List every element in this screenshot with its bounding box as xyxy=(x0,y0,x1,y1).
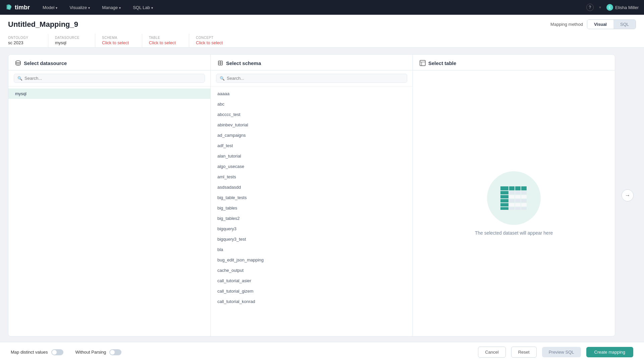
svg-point-2 xyxy=(16,61,20,63)
datasource-panel: Select datasource 🔍 mysql xyxy=(8,55,211,336)
schema-item[interactable]: bigquery3 xyxy=(211,224,413,234)
schema-item[interactable]: abc xyxy=(211,99,413,109)
breadcrumb-schema[interactable]: Schema Click to select xyxy=(102,34,142,47)
svg-rect-23 xyxy=(500,199,508,202)
schema-item[interactable]: algo_usecase xyxy=(211,161,413,172)
table-panel-header: Select table xyxy=(413,55,615,70)
method-sql-button[interactable]: SQL xyxy=(613,20,636,29)
schema-item[interactable]: aml_tests xyxy=(211,172,413,182)
page-header: Untitled_Mapping_9 Mapping method Visual… xyxy=(0,15,644,48)
svg-rect-18 xyxy=(521,191,527,194)
schema-item[interactable]: cache_output xyxy=(211,265,413,276)
svg-rect-14 xyxy=(521,186,527,190)
schema-item[interactable]: call_tutorial_gizem xyxy=(211,286,413,296)
logo-icon xyxy=(5,4,13,11)
title-row: Untitled_Mapping_9 Mapping method Visual… xyxy=(8,19,636,29)
next-arrow-button[interactable]: → xyxy=(622,189,634,201)
without-parsing-group: Without Parsing xyxy=(75,349,122,355)
method-visual-button[interactable]: Visual xyxy=(587,20,613,29)
breadcrumb: Ontology sc 2023 Datasource mysql Schema… xyxy=(8,34,636,47)
schema-label: Schema xyxy=(102,36,135,40)
svg-rect-16 xyxy=(509,191,515,194)
page-title: Untitled_Mapping_9 xyxy=(8,20,78,29)
svg-rect-34 xyxy=(521,207,527,210)
schema-item[interactable]: abcccc_test xyxy=(211,109,413,120)
concept-value[interactable]: Click to select xyxy=(196,40,229,45)
method-toggle: Visual SQL xyxy=(587,19,636,29)
user-menu[interactable]: E Elisha Miller xyxy=(606,4,639,11)
svg-rect-6 xyxy=(219,63,220,65)
schema-item[interactable]: aaaaa xyxy=(211,88,413,99)
schema-icon xyxy=(217,60,223,66)
table-label: Table xyxy=(149,36,182,40)
svg-rect-29 xyxy=(515,203,521,206)
svg-rect-8 xyxy=(420,60,425,66)
create-mapping-button[interactable]: Create mapping xyxy=(586,347,634,357)
schema-item[interactable]: big_table_tests xyxy=(211,192,413,203)
table-panel-title: Select table xyxy=(428,60,456,66)
schema-item[interactable]: big_tables xyxy=(211,203,413,213)
nav-visualize[interactable]: Visualize xyxy=(67,4,92,11)
table-icon xyxy=(420,60,426,66)
without-parsing-toggle[interactable] xyxy=(109,349,121,355)
schema-item[interactable]: abinbev_tutorial xyxy=(211,120,413,130)
nav-sqllab[interactable]: SQL Lab xyxy=(131,4,155,11)
schema-item[interactable]: call_tutorial_konrad xyxy=(211,296,413,307)
schema-search-wrap: 🔍 xyxy=(211,70,413,86)
table-placeholder-text: The selected dataset will appear here xyxy=(475,230,553,236)
nav-right: ? ▾ E Elisha Miller xyxy=(586,4,639,11)
reset-button[interactable]: Reset xyxy=(511,347,537,358)
datasource-panel-header: Select datasource xyxy=(8,55,210,70)
schema-item[interactable]: bigquery3_test xyxy=(211,234,413,244)
datasource-search-icon: 🔍 xyxy=(17,76,22,81)
svg-rect-17 xyxy=(515,191,521,194)
nav-manage[interactable]: Manage xyxy=(100,4,123,11)
breadcrumb-table[interactable]: Table Click to select xyxy=(149,34,189,47)
schema-value[interactable]: Click to select xyxy=(102,40,135,45)
schema-item[interactable]: asdsadasdd xyxy=(211,182,413,192)
svg-rect-32 xyxy=(509,207,515,210)
table-value[interactable]: Click to select xyxy=(149,40,182,45)
svg-rect-28 xyxy=(509,203,515,206)
schema-item[interactable]: big_tables2 xyxy=(211,213,413,224)
svg-rect-31 xyxy=(500,207,508,210)
datasource-icon xyxy=(15,60,21,66)
datasource-search-input[interactable] xyxy=(24,76,201,81)
breadcrumb-concept[interactable]: Concept Click to select xyxy=(196,34,236,47)
mapping-method-label: Mapping method xyxy=(550,22,583,27)
cancel-button[interactable]: Cancel xyxy=(478,347,505,358)
schema-item[interactable]: bla xyxy=(211,244,413,255)
footer: Map distinct values Without Parsing Canc… xyxy=(0,342,644,362)
svg-rect-11 xyxy=(500,186,508,190)
mapping-method-group: Mapping method Visual SQL xyxy=(550,19,636,29)
schema-item[interactable]: ad_campaigns xyxy=(211,130,413,140)
map-distinct-toggle[interactable] xyxy=(51,349,63,355)
schema-item[interactable]: adf_test xyxy=(211,140,413,151)
schema-item[interactable]: call_tutorial_asier xyxy=(211,276,413,286)
datasource-panel-title: Select datasource xyxy=(24,60,67,66)
schema-search-icon: 🔍 xyxy=(220,76,225,81)
svg-rect-27 xyxy=(500,203,508,206)
placeholder-table-svg xyxy=(500,186,527,210)
datasource-item-mysql[interactable]: mysql xyxy=(8,88,210,99)
schema-search-input[interactable] xyxy=(227,76,404,81)
schema-list: aaaaaabcabcccc_testabinbev_tutorialad_ca… xyxy=(211,86,413,336)
help-button[interactable]: ? xyxy=(586,4,594,11)
svg-rect-30 xyxy=(521,203,527,206)
user-avatar: E xyxy=(606,4,613,11)
schema-item[interactable]: bug_edit_json_mapping xyxy=(211,255,413,265)
svg-rect-25 xyxy=(515,199,521,202)
footer-left: Map distinct values xyxy=(11,349,63,355)
schema-item[interactable]: alan_tutorial xyxy=(211,151,413,161)
arrow-btn-wrap: → xyxy=(619,54,636,337)
panels-row: Select datasource 🔍 mysql xyxy=(8,54,615,337)
without-parsing-toggle-knob xyxy=(110,350,115,355)
preview-sql-button[interactable]: Preview SQL xyxy=(542,347,581,357)
map-distinct-label: Map distinct values xyxy=(11,350,48,355)
datasource-value: mysql xyxy=(55,40,88,45)
breadcrumb-ontology: Ontology sc 2023 xyxy=(8,34,48,47)
svg-rect-7 xyxy=(221,63,222,65)
concept-label: Concept xyxy=(196,36,229,40)
nav-model[interactable]: Model xyxy=(41,4,59,11)
schema-panel-title: Select schema xyxy=(226,60,261,66)
